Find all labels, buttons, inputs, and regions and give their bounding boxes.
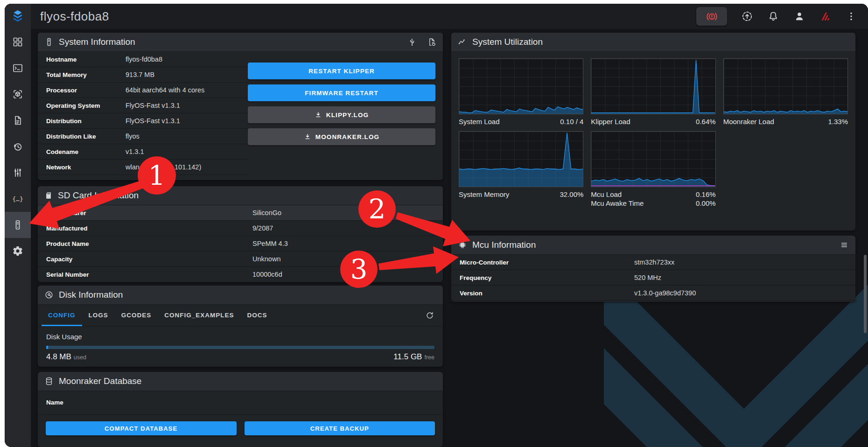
row-label: Manufactured — [46, 225, 88, 232]
overflow-menu-button[interactable] — [846, 11, 857, 22]
sd-card-information-panel: SD Card Information ManufacturerSiliconG… — [38, 186, 443, 282]
row-label: Processor — [46, 87, 77, 94]
mcu-information-table: Micro-Controllerstm32h723xxFrequency520 … — [451, 255, 855, 301]
row-label: Micro-Controller — [460, 259, 509, 266]
klipper-status-button[interactable] — [819, 10, 832, 22]
table-row[interactable]: Distribution Likeflyos — [38, 129, 248, 144]
svg-text:{…}: {…} — [12, 196, 23, 203]
tab-gcodes[interactable]: GCODES — [115, 305, 158, 326]
row-label: Manufacturer — [46, 210, 86, 217]
database-actions: COMPACT DATABASECREATE BACKUP — [38, 415, 443, 435]
moonraker-log-button[interactable]: MOONRAKER.LOG — [248, 128, 435, 145]
table-row[interactable]: Networkwlan101.142) — [38, 160, 248, 175]
sidebar-item-gcode-preview[interactable] — [5, 81, 31, 107]
sidebar-item-files[interactable] — [5, 107, 31, 133]
table-row[interactable]: ManufacturerSiliconGo — [38, 205, 443, 221]
row-label: Version — [460, 290, 483, 297]
row-label: Codename — [46, 148, 78, 155]
table-row[interactable]: Operating SystemFlyOS-Fast v1.3.1 — [38, 98, 248, 113]
compact-database-button[interactable]: COMPACT DATABASE — [46, 421, 237, 435]
chart-label-row: Klipper Load0.64% — [591, 118, 715, 126]
table-row[interactable]: Product NameSPeMM 4.3 — [38, 236, 443, 251]
utilization-cell: Mcu Load0.16%Mcu Awake Time0.00% — [591, 131, 715, 207]
notifications-button[interactable] — [767, 10, 779, 22]
mcu-information-panel: Mcu Information Micro-Controllerstm32h72… — [451, 236, 855, 302]
sidebar-item-tune[interactable] — [5, 160, 31, 186]
chart-line-icon — [458, 37, 467, 47]
chart-name: System Load — [459, 118, 500, 126]
row-value: 10000c6d — [252, 267, 282, 282]
bell-icon — [767, 10, 779, 22]
chart-label-row: System Load0.10 / 4 — [459, 118, 583, 126]
menu-icon[interactable] — [840, 240, 849, 250]
refresh-container — [425, 311, 439, 320]
table-row[interactable]: Processor64bit aarch64 with 4 cores — [38, 83, 248, 98]
server-icon — [12, 219, 23, 230]
file-refresh-icon[interactable] — [427, 37, 436, 47]
row-value: 9/2087 — [252, 221, 273, 236]
chart-value: 0.00% — [696, 199, 716, 207]
button-label: CREATE BACKUP — [310, 425, 369, 432]
top-bar: flyos-fdoba8 — [5, 4, 868, 29]
chart-label-row: System Memory32.00% — [459, 190, 583, 198]
klipper-logo-icon — [819, 10, 832, 22]
panel-title: System Utilization — [472, 37, 543, 47]
table-row[interactable]: Versionv1.3.0-ga98c9d7390 — [451, 286, 855, 301]
table-row[interactable]: Manufactured9/2087 — [38, 221, 443, 236]
table-row[interactable]: Codenamev1.3.1 — [38, 144, 248, 160]
moonraker-database-panel: Moonraker Database Name COMPACT DATABASE… — [38, 372, 443, 447]
table-row[interactable]: DistributionFlyOS-Fast v1.3.1 — [38, 113, 248, 129]
disk-usage-bar — [46, 346, 434, 349]
tab-logs[interactable]: LOGS — [82, 305, 115, 326]
panel-title: Moonraker Database — [59, 376, 141, 386]
flyos-logo-icon — [11, 9, 25, 23]
scrollbar-thumb[interactable] — [864, 255, 867, 333]
sidebar-item-machine[interactable] — [5, 212, 31, 238]
tab-docs[interactable]: DOCS — [241, 305, 274, 326]
disk-free-amount: 11.5 GBfree — [393, 352, 434, 362]
tab-config[interactable]: CONFIG — [42, 305, 82, 326]
table-row[interactable]: Serial Number10000c6d — [38, 267, 443, 282]
chart-value: 0.16% — [696, 190, 716, 198]
sd-card-table: ManufacturerSiliconGoManufactured9/2087P… — [38, 205, 443, 282]
emergency-stop-button[interactable] — [696, 7, 727, 26]
usb-icon[interactable] — [407, 37, 417, 47]
table-row[interactable]: Frequency520 MHz — [451, 270, 855, 286]
system-information-panel: System Information — [38, 33, 443, 180]
chart-value: 0.64% — [696, 118, 716, 126]
tab-config_examples[interactable]: CONFIG_EXAMPLES — [158, 305, 240, 326]
dots-vertical-icon — [846, 11, 857, 22]
table-row[interactable]: Hostnameflyos-fd0ba8 — [38, 52, 248, 67]
row-value: SiliconGo — [252, 205, 281, 220]
table-row[interactable]: Total Memory913.7 MB — [38, 67, 248, 83]
chart-label-row: Mcu Load0.16% — [591, 190, 715, 198]
update-button[interactable] — [741, 10, 753, 22]
braces-icon: {…} — [12, 193, 24, 204]
utilization-cell: System Memory32.00% — [459, 131, 583, 207]
refresh-icon[interactable] — [425, 311, 434, 320]
sidebar-item-dashboard[interactable] — [5, 29, 31, 55]
klippy-log-button[interactable]: KLIPPY.LOG — [248, 106, 435, 123]
button-label: RESTART KLIPPER — [308, 68, 375, 75]
row-label: Distribution — [46, 118, 82, 125]
create-backup-button[interactable]: CREATE BACKUP — [245, 421, 435, 435]
app-logo[interactable] — [5, 4, 31, 29]
firmware-restart-button[interactable]: FIRMWARE RESTART — [248, 84, 435, 101]
system-utilization-panel: System Utilization System Load0.10 / 4Kl… — [451, 33, 855, 230]
sd-card-icon — [44, 191, 53, 200]
utilization-chart — [459, 131, 583, 187]
sidebar-item-config-editor[interactable]: {…} — [5, 186, 31, 212]
restart-klipper-button[interactable]: RESTART KLIPPER — [248, 63, 435, 79]
table-row[interactable]: Micro-Controllerstm32h723xx — [451, 255, 855, 270]
row-value-end: 101.142) — [175, 160, 201, 175]
row-value: 520 MHz — [634, 270, 661, 285]
dashboard-icon — [12, 36, 23, 48]
sidebar-item-settings[interactable] — [5, 238, 31, 264]
account-button[interactable] — [793, 10, 805, 22]
sidebar-item-history[interactable] — [5, 133, 31, 160]
button-label: KLIPPY.LOG — [326, 112, 369, 119]
database-icon — [44, 377, 54, 386]
sidebar-item-console[interactable] — [5, 55, 31, 81]
table-row[interactable]: CapacityUnknown — [38, 251, 443, 267]
harddisk-icon — [44, 290, 54, 300]
